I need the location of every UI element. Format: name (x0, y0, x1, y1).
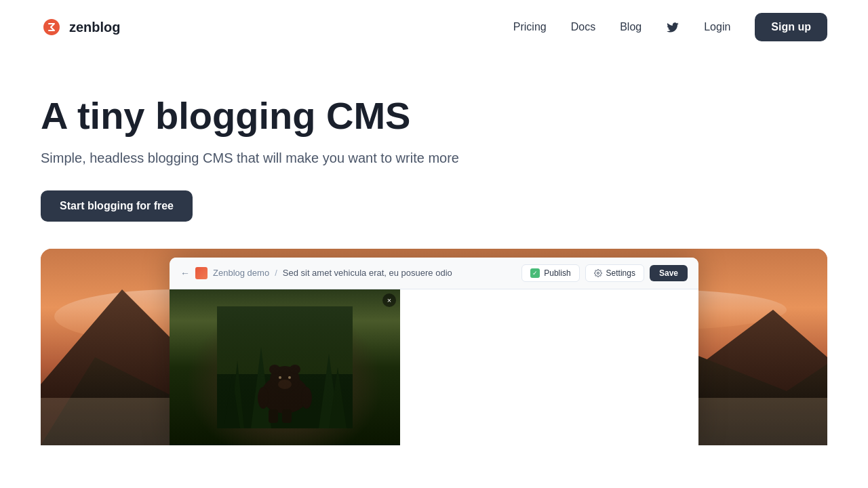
close-button[interactable]: × (382, 293, 396, 307)
svg-point-7 (597, 272, 599, 274)
nav-link-blog[interactable]: Blog (620, 21, 642, 33)
nav-link-docs[interactable]: Docs (571, 21, 595, 33)
breadcrumb-separator: / (275, 268, 277, 278)
logo-icon (41, 16, 62, 38)
login-link[interactable]: Login (704, 21, 730, 33)
cms-toolbar: ← Zenblog demo / Sed sit amet vehicula e… (170, 258, 698, 289)
bear-silhouette (217, 306, 353, 428)
logo[interactable]: zenblog (41, 16, 121, 38)
cms-text-panel (400, 289, 698, 445)
nav-link-pricing[interactable]: Pricing (513, 21, 547, 33)
cms-site-name: Zenblog demo (213, 268, 269, 278)
back-icon[interactable]: ← (180, 268, 190, 279)
cms-favicon (195, 267, 208, 279)
demo-screenshot: ← Zenblog demo / Sed sit amet vehicula e… (41, 249, 827, 445)
navigation: zenblog Pricing Docs Blog Login Sign up (0, 0, 868, 54)
svg-rect-26 (217, 306, 353, 428)
settings-button[interactable]: Settings (585, 264, 644, 282)
settings-icon (594, 269, 602, 277)
cms-toolbar-right: ✓ Publish Settings Save (521, 264, 688, 282)
cms-image-panel: × (170, 289, 400, 445)
cms-content-area: × (170, 289, 698, 445)
cms-toolbar-left: ← Zenblog demo / Sed sit amet vehicula e… (180, 267, 513, 279)
save-button[interactable]: Save (650, 265, 688, 281)
publish-button[interactable]: ✓ Publish (521, 264, 579, 282)
hero-subheading: Simple, headless blogging CMS that will … (41, 150, 515, 166)
hero-heading: A tiny blogging CMS (41, 95, 515, 137)
settings-label: Settings (606, 268, 635, 278)
hero-section: A tiny blogging CMS Simple, headless blo… (0, 54, 868, 249)
bear-image (170, 289, 400, 445)
logo-text: zenblog (69, 20, 121, 35)
signup-button[interactable]: Sign up (755, 13, 827, 41)
nav-links: Pricing Docs Blog Login Sign up (513, 13, 827, 41)
check-icon: ✓ (530, 268, 540, 278)
cms-post-title: Sed sit amet vehicula erat, eu posuere o… (283, 268, 452, 278)
twitter-icon[interactable] (666, 20, 679, 34)
publish-label: Publish (544, 268, 570, 278)
cms-window: ← Zenblog demo / Sed sit amet vehicula e… (170, 258, 698, 445)
cta-button[interactable]: Start blogging for free (41, 190, 193, 222)
